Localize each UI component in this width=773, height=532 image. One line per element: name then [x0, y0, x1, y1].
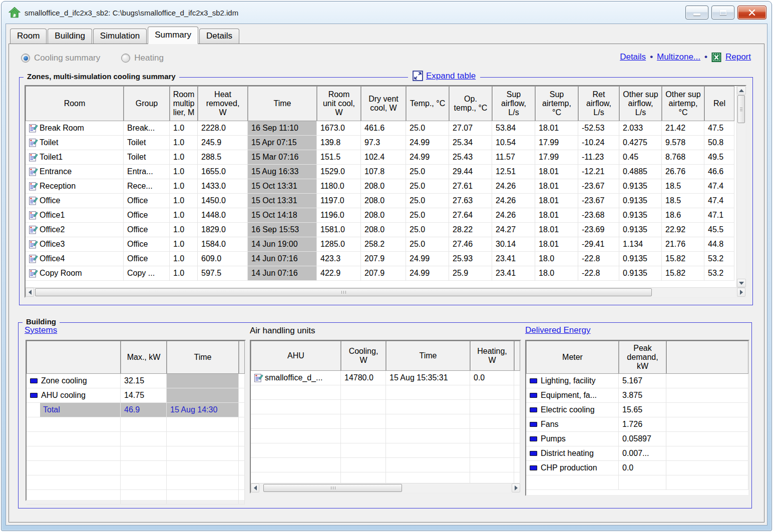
- header-rel[interactable]: Rel: [704, 86, 734, 121]
- energy-table-row[interactable]: Electric cooling 15.65: [526, 403, 748, 417]
- energy-table-row[interactable]: Lighting, facility 5.167: [526, 374, 748, 388]
- vertical-scroll-thumb[interactable]: [737, 95, 745, 123]
- header-room-unit-cool[interactable]: Room unit cool, W: [317, 86, 361, 121]
- header-dry-vent-cool[interactable]: Dry vent cool, W: [361, 86, 406, 121]
- tab-building[interactable]: Building: [48, 29, 92, 44]
- header-cooling-w[interactable]: Cooling, W: [341, 341, 386, 371]
- tab-summary[interactable]: Summary: [148, 27, 198, 44]
- zone-table-row[interactable]: Reception Rece... 1.0 1433.0 15 Oct 13:3…: [26, 179, 734, 194]
- room-cell: Entrance: [26, 165, 124, 179]
- zone-table-row[interactable]: Office1 Office 1.0 1448.0 15 Oct 14:18 1…: [26, 208, 734, 223]
- multiplier-cell: 1.0: [170, 194, 198, 208]
- tab-strip: Room Building Simulation Summary Details: [6, 24, 767, 44]
- header-heating-w[interactable]: Heating, W: [470, 341, 514, 371]
- header-sup-airtemp[interactable]: Sup airtemp, °C: [535, 86, 578, 121]
- header-sup-airflow[interactable]: Sup airflow, L/s: [492, 86, 535, 121]
- energy-table-row[interactable]: Pumps 0.05897: [526, 432, 748, 446]
- report-link[interactable]: Report: [725, 52, 751, 62]
- header-max-kw[interactable]: Max., kW: [121, 341, 167, 374]
- close-button[interactable]: [737, 6, 766, 20]
- horizontal-scroll-thumb[interactable]: [35, 288, 652, 296]
- system-time-cell: [167, 388, 239, 403]
- systems-table-row[interactable]: AHU cooling 14.75: [27, 388, 245, 403]
- header-meter[interactable]: Meter: [526, 341, 619, 374]
- expand-table-link[interactable]: Expand table: [426, 71, 476, 81]
- details-link[interactable]: Details: [620, 52, 646, 62]
- header-time[interactable]: Time: [248, 86, 317, 121]
- header-peak-demand[interactable]: Peak demand, kW: [619, 341, 666, 374]
- scroll-right-button[interactable]: [737, 288, 745, 297]
- cooling-summary-radio[interactable]: Cooling summary: [21, 53, 100, 63]
- header-room-multiplier[interactable]: Room multip lier, M: [170, 86, 198, 121]
- energy-table-row[interactable]: CHP production 0.0: [526, 461, 748, 475]
- zone-table-row[interactable]: Toilet1 Toilet 1.0 288.5 15 Mar 07:16 15…: [26, 150, 734, 165]
- sup-airflow-cell: 53.84: [492, 121, 535, 136]
- systems-table-row[interactable]: Zone cooling 32.15: [27, 374, 245, 388]
- rel-cell: 47.4: [704, 179, 734, 194]
- zone-table-row[interactable]: Toilet Toilet 1.0 245.9 15 Apr 07:15 139…: [26, 136, 734, 150]
- header-group[interactable]: Group: [124, 86, 170, 121]
- multiplier-cell: 1.0: [170, 237, 198, 252]
- meter-name: Equipment, fa...: [541, 391, 597, 399]
- scroll-up-button[interactable]: [737, 86, 746, 95]
- zones-horizontal-scrollbar[interactable]: [26, 287, 745, 297]
- sup-airtemp-cell: 18.01: [535, 194, 578, 208]
- room-cell: Office: [26, 194, 124, 208]
- room-document-icon: [29, 138, 38, 147]
- multiplier-cell: 1.0: [170, 208, 198, 223]
- header-other-sup-airtemp[interactable]: Other sup airtemp, °C: [662, 86, 704, 121]
- arrow-right-icon: [740, 290, 743, 295]
- header-room[interactable]: Room: [26, 86, 124, 121]
- sup-airflow-cell: 23.41: [492, 252, 535, 266]
- header-ret-airflow[interactable]: Ret airflow, L/s: [578, 86, 619, 121]
- zone-table-row[interactable]: Office Office 1.0 1450.0 15 Oct 13:31 11…: [26, 194, 734, 208]
- systems-total-row[interactable]: Total 46.9 15 Aug 14:30: [27, 403, 245, 417]
- room-document-icon: [29, 211, 38, 220]
- scroll-left-button[interactable]: [26, 288, 34, 297]
- room-document-icon: [29, 167, 38, 176]
- scroll-down-button[interactable]: [737, 279, 746, 287]
- tab-room[interactable]: Room: [10, 29, 47, 44]
- header-temp[interactable]: Temp., °C: [406, 86, 449, 121]
- energy-table-row[interactable]: District heating 0.007...: [526, 446, 748, 461]
- expand-icon[interactable]: [413, 71, 423, 81]
- ahu-table-row[interactable]: smalloffice_d_... 14780.0 15 Aug 15:35:3…: [251, 371, 520, 385]
- header-system-time[interactable]: Time: [167, 341, 239, 374]
- header-system[interactable]: [27, 341, 121, 374]
- horizontal-scroll-track[interactable]: [34, 288, 737, 297]
- multizone-link[interactable]: Multizone...: [657, 52, 700, 62]
- header-op-temp[interactable]: Op. temp., °C: [449, 86, 492, 121]
- zone-table-row[interactable]: Entrance Entra... 1.0 1655.0 15 Aug 16:3…: [26, 165, 734, 179]
- ahu-horizontal-scrollbar[interactable]: [251, 483, 520, 492]
- titlebar[interactable]: smalloffice_d_ifc2x3_sb2: C:\bugs\smallo…: [2, 2, 771, 24]
- spacer-cell: [666, 417, 748, 432]
- minimize-button[interactable]: [685, 6, 708, 20]
- zone-table-row[interactable]: Office2 Office 1.0 1829.0 16 Sep 15:53 1…: [26, 223, 734, 237]
- rel-cell: 50.8: [704, 136, 734, 150]
- delivered-energy-link[interactable]: Delivered Energy: [525, 325, 590, 335]
- energy-table-row[interactable]: Fans 1.726: [526, 417, 748, 432]
- energy-table-row[interactable]: Equipment, fa... 3.875: [526, 388, 748, 403]
- tab-details[interactable]: Details: [199, 29, 239, 44]
- horizontal-scroll-thumb[interactable]: [263, 484, 402, 492]
- header-ahu-time[interactable]: Time: [386, 341, 470, 371]
- rel-cell: 46.6: [704, 165, 734, 179]
- header-heat-removed[interactable]: Heat removed, W: [198, 86, 248, 121]
- zone-table-row[interactable]: Office4 Office 1.0 609.0 14 Jun 07:16 42…: [26, 252, 734, 266]
- header-ahu[interactable]: AHU: [251, 341, 341, 371]
- spacer-cell: [666, 388, 748, 403]
- zones-vertical-scrollbar[interactable]: [736, 86, 745, 287]
- zone-table-row[interactable]: Break Room Break... 1.0 2228.0 16 Sep 11…: [26, 121, 734, 136]
- heating-radio[interactable]: Heating: [121, 53, 164, 63]
- scroll-left-button[interactable]: [251, 483, 259, 492]
- zone-table-row[interactable]: Copy Room Copy ... 1.0 597.5 14 Jun 07:1…: [26, 266, 734, 281]
- room-document-icon: [29, 269, 38, 278]
- zone-table-row[interactable]: Office3 Office 1.0 1584.0 14 Jun 19:00 1…: [26, 237, 734, 252]
- scroll-right-button[interactable]: [512, 483, 520, 492]
- tab-simulation[interactable]: Simulation: [93, 29, 147, 44]
- maximize-button[interactable]: [711, 6, 734, 20]
- vertical-scroll-track[interactable]: [737, 95, 745, 279]
- systems-link[interactable]: Systems: [25, 325, 57, 335]
- header-other-sup-airflow[interactable]: Other sup airflow, L/s: [619, 86, 662, 121]
- horizontal-scroll-track[interactable]: [259, 483, 512, 492]
